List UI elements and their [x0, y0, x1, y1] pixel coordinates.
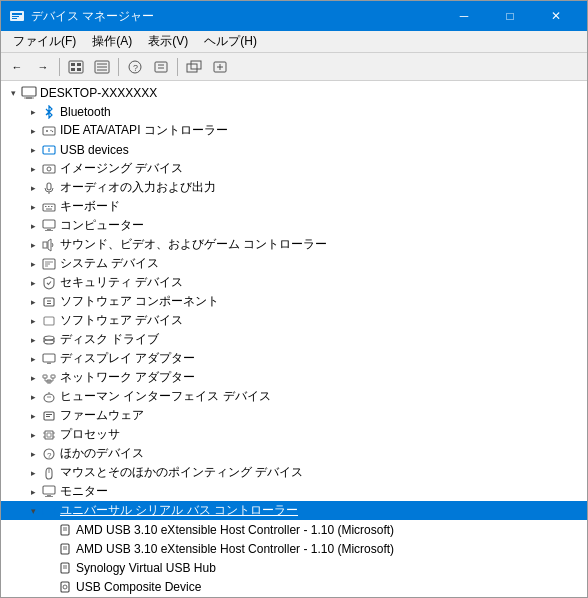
tree-item[interactable]: ▾ ユニバーサル シリアル バス コントローラー [1, 501, 587, 520]
tree-item[interactable]: Synology Virtual USB Hub [1, 558, 587, 577]
svg-text:?: ? [133, 63, 138, 73]
tree-item[interactable]: ▸ ディスプレイ アダプター [1, 349, 587, 368]
tree-item[interactable]: ▸ サウンド、ビデオ、およびゲーム コントローラー [1, 235, 587, 254]
toolbar-help-btn[interactable]: ? [123, 56, 147, 78]
expand-icon[interactable]: ▸ [25, 370, 41, 386]
disk-icon [41, 332, 57, 348]
tree-item[interactable]: ▸ USB devices [1, 140, 587, 159]
device-tree[interactable]: ▾ DESKTOP-XXXXXXX ▸ Bluetooth ▸ IDE ATA/… [1, 81, 587, 597]
expand-icon[interactable]: ▸ [25, 237, 41, 253]
expand-icon[interactable]: ▸ [25, 104, 41, 120]
expand-icon[interactable]: ▸ [25, 351, 41, 367]
tree-item[interactable]: ▸ ソフトウェア コンポーネント [1, 292, 587, 311]
software-icon [41, 294, 57, 310]
svg-rect-37 [43, 204, 55, 211]
item-label: ファームウェア [60, 407, 144, 424]
expand-icon[interactable]: ▸ [25, 256, 41, 272]
tree-item[interactable]: ▸ ファームウェア [1, 406, 587, 425]
tree-root[interactable]: ▾ DESKTOP-XXXXXXX [1, 83, 587, 102]
tree-item[interactable]: ▸ ネットワーク アダプター [1, 368, 587, 387]
svg-rect-85 [43, 508, 55, 514]
tree-item[interactable]: ▸ ? ほかのデバイス [1, 444, 587, 463]
menu-view[interactable]: 表示(V) [140, 31, 196, 52]
tree-item[interactable]: ▸ システム デバイス [1, 254, 587, 273]
back-button[interactable]: ← [5, 56, 29, 78]
tree-item[interactable]: ▸ マウスとそのほかのポインティング デバイス [1, 463, 587, 482]
svg-rect-72 [46, 416, 50, 417]
expand-icon[interactable]: ▸ [25, 161, 41, 177]
svg-rect-1 [12, 13, 22, 15]
tree-item[interactable]: ▸ ディスク ドライブ [1, 330, 587, 349]
item-label: Synology Virtual USB Hub [76, 561, 216, 575]
expand-icon[interactable]: ▸ [25, 180, 41, 196]
minimize-button[interactable]: ─ [441, 1, 487, 31]
toolbar-btn-4[interactable] [149, 56, 173, 78]
svg-rect-3 [12, 18, 17, 19]
item-label: モニター [60, 483, 108, 500]
tree-item[interactable]: ▸ コンピューター [1, 216, 587, 235]
expand-icon[interactable]: ▸ [25, 484, 41, 500]
toolbar-btn-1[interactable] [64, 56, 88, 78]
tree-item[interactable]: ▸ IDE ATA/ATAPI コントローラー [1, 121, 587, 140]
tree-item[interactable]: ▸ ソフトウェア デバイス [1, 311, 587, 330]
tree-item[interactable]: ▸ ヒューマン インターフェイス デバイス [1, 387, 587, 406]
tree-item[interactable]: ▸ キーボード [1, 197, 587, 216]
expand-icon[interactable]: ▸ [25, 446, 41, 462]
menu-help[interactable]: ヘルプ(H) [196, 31, 265, 52]
maximize-button[interactable]: □ [487, 1, 533, 31]
audio-icon [41, 180, 57, 196]
title-bar: デバイス マネージャー ─ □ ✕ [1, 1, 587, 31]
tree-item[interactable]: ▸ オーディオの入力および出力 [1, 178, 587, 197]
tree-item[interactable]: ▸ セキュリティ デバイス [1, 273, 587, 292]
expand-icon[interactable]: ▸ [25, 199, 41, 215]
svg-rect-71 [46, 414, 52, 415]
toolbar-btn-2[interactable] [90, 56, 114, 78]
tree-item[interactable]: ▸ モニター [1, 482, 587, 501]
menu-action[interactable]: 操作(A) [84, 31, 140, 52]
item-label: ほかのデバイス [60, 445, 144, 462]
menu-file[interactable]: ファイル(F) [5, 31, 84, 52]
window-icon [9, 8, 25, 24]
expand-icon[interactable]: ▸ [25, 408, 41, 424]
expand-icon[interactable]: ▸ [25, 332, 41, 348]
item-label: サウンド、ビデオ、およびゲーム コントローラー [60, 236, 327, 253]
tree-item[interactable]: ▸ プロセッサ [1, 425, 587, 444]
item-label: イメージング デバイス [60, 160, 183, 177]
toolbar-btn-6[interactable] [208, 56, 232, 78]
svg-point-99 [63, 585, 67, 589]
tree-item[interactable]: ▸ イメージング デバイス [1, 159, 587, 178]
expand-icon[interactable]: ▸ [25, 142, 41, 158]
svg-rect-98 [61, 582, 69, 592]
expand-icon[interactable]: ▸ [25, 389, 41, 405]
item-label: USB Composite Device [76, 580, 201, 594]
expand-icon[interactable]: ▸ [25, 427, 41, 443]
svg-rect-35 [47, 183, 51, 190]
processor-icon [41, 427, 57, 443]
software2-icon [41, 313, 57, 329]
tree-item[interactable]: AMD USB 3.10 eXtensible Host Controller … [1, 520, 587, 539]
expand-icon[interactable]: ▸ [25, 465, 41, 481]
item-label: セキュリティ デバイス [60, 274, 183, 291]
item-label: システム デバイス [60, 255, 159, 272]
expand-icon[interactable]: ▸ [25, 313, 41, 329]
close-button[interactable]: ✕ [533, 1, 579, 31]
item-label: Bluetooth [60, 105, 111, 119]
item-label: プロセッサ [60, 426, 120, 443]
toolbar-btn-5[interactable] [182, 56, 206, 78]
expand-icon[interactable]: ▸ [25, 294, 41, 310]
svg-rect-33 [43, 165, 55, 173]
imaging-icon [41, 161, 57, 177]
tree-item[interactable]: AMD USB 3.10 eXtensible Host Controller … [1, 539, 587, 558]
svg-rect-82 [43, 486, 55, 494]
tree-items-container: ▸ Bluetooth ▸ IDE ATA/ATAPI コントローラー ▸ US… [1, 102, 587, 596]
forward-button[interactable]: → [31, 56, 55, 78]
expand-icon[interactable]: ▸ [25, 123, 41, 139]
tree-item[interactable]: ▸ Bluetooth [1, 102, 587, 121]
expand-icon [41, 579, 57, 595]
expand-icon[interactable]: ▸ [25, 218, 41, 234]
expand-icon[interactable]: ▸ [25, 275, 41, 291]
expand-icon[interactable]: ▾ [25, 503, 41, 519]
tree-item[interactable]: USB Composite Device [1, 577, 587, 596]
item-label: キーボード [60, 198, 120, 215]
item-label: AMD USB 3.10 eXtensible Host Controller … [76, 523, 394, 537]
